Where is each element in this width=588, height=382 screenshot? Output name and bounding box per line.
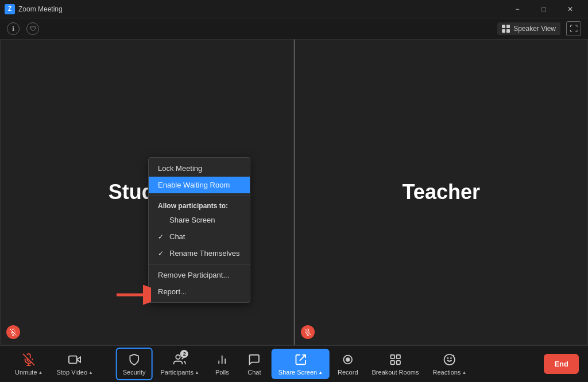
polls-button[interactable]: Polls: [207, 349, 237, 379]
rename-label: Rename Themselves: [169, 249, 240, 258]
chat-check: ✓: [158, 233, 166, 241]
security-label: Security: [123, 369, 146, 376]
window-controls: − □ ✕: [504, 0, 583, 18]
speaker-view-label: Speaker View: [513, 25, 556, 33]
reactions-caret: ▲: [462, 370, 466, 375]
svg-marker-11: [77, 357, 80, 362]
breakout-rooms-label: Breakout Rooms: [372, 369, 419, 376]
participants-caret: ▲: [195, 370, 199, 375]
rename-check: ✓: [158, 250, 166, 258]
popup-divider-2: [149, 264, 250, 264]
chat-label: Chat: [247, 369, 261, 376]
svg-rect-20: [396, 355, 400, 358]
topbar-left: ℹ 🛡: [7, 22, 39, 35]
enable-waiting-room-item[interactable]: Enable Waiting Room: [149, 177, 250, 193]
toolbar-right: End: [544, 354, 579, 374]
toolbar-left: Unmute ▲ Stop Video ▲: [9, 349, 99, 379]
report-label: Report...: [158, 287, 187, 296]
breakout-rooms-icon: [389, 352, 401, 367]
unmute-caret: ▲: [38, 370, 43, 375]
report-item[interactable]: Report...: [149, 283, 250, 300]
svg-point-13: [176, 355, 180, 359]
share-screen-item[interactable]: Share Screen: [149, 212, 250, 228]
shield-icon[interactable]: 🛡: [26, 22, 39, 35]
svg-line-26: [453, 355, 454, 356]
reactions-label: Reactions: [432, 369, 461, 376]
teacher-label: Teacher: [403, 180, 480, 204]
share-screen-icon: [294, 352, 307, 367]
unmute-icon: [22, 352, 35, 367]
lock-meeting-label: Lock Meeting: [158, 164, 202, 173]
teacher-video-panel: Teacher: [294, 39, 589, 345]
polls-label: Polls: [215, 369, 229, 376]
topbar: ℹ 🛡 Speaker View ⛶: [0, 18, 588, 39]
minimize-button[interactable]: −: [504, 0, 531, 18]
stop-video-icon: [68, 352, 81, 367]
chat-button[interactable]: Chat: [239, 349, 269, 379]
share-screen-check: [158, 216, 166, 224]
security-button[interactable]: Security: [116, 348, 153, 380]
polls-icon: [216, 352, 229, 367]
participants-button[interactable]: 2 Participants ▲: [154, 349, 204, 379]
svg-point-18: [346, 358, 350, 361]
record-label: Record: [338, 369, 358, 376]
window-title: Zoom Meeting: [18, 5, 504, 13]
rename-item[interactable]: ✓ Rename Themselves: [149, 245, 250, 262]
toolbar: Unmute ▲ Stop Video ▲: [0, 345, 588, 382]
share-screen-label: Share Screen: [278, 369, 317, 376]
participants-label: Participants: [160, 369, 193, 376]
main-content: Student Teacher Lock Meetin: [0, 39, 588, 345]
stop-video-caret: ▲: [88, 370, 93, 375]
enable-waiting-room-label: Enable Waiting Room: [158, 181, 230, 189]
popup-divider-1: [149, 196, 250, 196]
chat-icon: [248, 352, 261, 367]
student-mute-indicator: [6, 325, 20, 339]
titlebar: Z Zoom Meeting − □ ✕: [0, 0, 588, 18]
breakout-rooms-button[interactable]: Breakout Rooms: [366, 349, 425, 379]
close-button[interactable]: ✕: [557, 0, 583, 18]
chat-item[interactable]: ✓ Chat: [149, 228, 250, 245]
svg-rect-19: [390, 355, 394, 358]
stop-video-button[interactable]: Stop Video ▲: [51, 349, 99, 379]
end-button[interactable]: End: [544, 354, 579, 374]
svg-rect-22: [396, 361, 400, 364]
unmute-button[interactable]: Unmute ▲: [9, 349, 48, 379]
participants-count: 2: [180, 350, 188, 358]
security-popup: Lock Meeting Enable Waiting Room Allow p…: [148, 157, 250, 303]
security-icon: [128, 352, 141, 367]
record-button[interactable]: Record: [332, 349, 363, 379]
remove-participant-label: Remove Participant...: [158, 271, 229, 279]
share-screen-label: Share Screen: [169, 216, 215, 224]
chat-label: Chat: [169, 232, 185, 241]
teacher-mute-indicator: [301, 325, 315, 339]
app-logo: Z: [5, 4, 15, 14]
reactions-icon: [443, 352, 456, 367]
fullscreen-button[interactable]: ⛶: [566, 21, 581, 36]
record-icon: [342, 352, 354, 367]
lock-meeting-item[interactable]: Lock Meeting: [149, 160, 250, 177]
unmute-label: Unmute: [15, 369, 37, 376]
speaker-view-icon: [502, 25, 510, 33]
remove-participant-item[interactable]: Remove Participant...: [149, 267, 250, 283]
stop-video-label: Stop Video: [56, 369, 87, 376]
info-icon[interactable]: ℹ: [7, 22, 20, 35]
reactions-button[interactable]: Reactions ▲: [427, 349, 472, 379]
svg-rect-21: [390, 361, 394, 364]
allow-participants-label: Allow participants to:: [149, 198, 250, 212]
svg-rect-12: [69, 356, 77, 364]
participants-icon: 2: [173, 352, 186, 367]
topbar-right: Speaker View ⛶: [497, 21, 581, 36]
speaker-view-button[interactable]: Speaker View: [497, 22, 560, 35]
arrow-indicator: [112, 283, 151, 306]
maximize-button[interactable]: □: [531, 0, 557, 18]
share-screen-button[interactable]: Share Screen ▲: [272, 349, 330, 379]
share-screen-caret: ▲: [318, 370, 323, 375]
